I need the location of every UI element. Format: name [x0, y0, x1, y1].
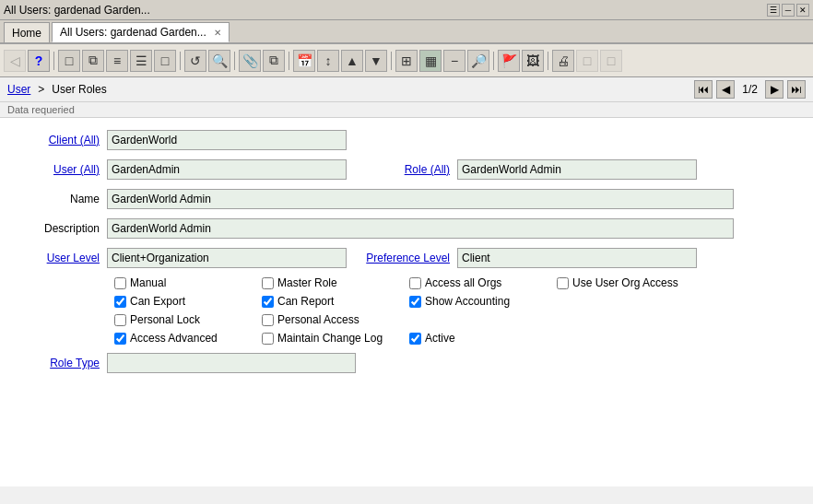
show-accounting-checkbox-item: Show Accounting [409, 295, 557, 308]
role-label[interactable]: Role (All) [365, 163, 457, 176]
last-page-button[interactable]: ⏭ [787, 80, 806, 99]
flag-button[interactable]: 🚩 [498, 50, 520, 72]
personal-lock-checkbox-item: Personal Lock [114, 313, 262, 326]
active-checkbox[interactable] [409, 333, 421, 345]
use-user-org-access-checkbox-item: Use User Org Access [557, 276, 704, 289]
print-button[interactable]: 🖨 [552, 50, 574, 72]
maintain-change-log-checkbox-item: Maintain Change Log [262, 332, 409, 345]
toolbar-sep-3 [234, 52, 235, 70]
manual-checkbox[interactable] [114, 277, 126, 289]
extra-button[interactable]: □ [154, 50, 176, 72]
minimize-btn[interactable]: ─ [782, 4, 795, 17]
first-page-button[interactable]: ⏮ [694, 80, 713, 99]
copy2-button[interactable]: ⧉ [263, 50, 285, 72]
use-user-org-access-checkbox[interactable] [557, 277, 569, 289]
preference-level-input[interactable] [457, 248, 697, 268]
tab-all-users-label: All Users: gardenad Garden... [60, 26, 206, 39]
toolbar-sep-7 [548, 52, 548, 70]
user-level-input[interactable] [107, 248, 347, 268]
form-area: Client (All) User (All) Role (All) Name … [0, 118, 813, 486]
down-button[interactable]: ▼ [365, 50, 387, 72]
next-page-button[interactable]: ▶ [765, 80, 784, 99]
name-label: Name [15, 193, 107, 205]
can-report-checkbox[interactable] [262, 296, 274, 308]
personal-lock-checkbox[interactable] [114, 314, 126, 326]
master-role-checkbox[interactable] [262, 277, 274, 289]
disabled-btn-1: □ [576, 50, 598, 72]
can-export-checkbox-item: Can Export [114, 295, 262, 308]
access-advanced-label: Access Advanced [130, 332, 218, 345]
prev-page-button[interactable]: ◀ [716, 80, 735, 99]
description-input[interactable] [107, 218, 734, 239]
tab-home[interactable]: Home [4, 22, 50, 42]
minus-button[interactable]: − [443, 50, 465, 72]
personal-access-checkbox-item: Personal Access [262, 313, 409, 326]
user-role-row: User (All) Role (All) [15, 158, 798, 181]
access-advanced-checkbox[interactable] [114, 333, 126, 345]
role-type-input[interactable] [107, 353, 356, 373]
toolbar-sep-6 [493, 52, 494, 70]
tab-all-users[interactable]: All Users: gardenad Garden... ✕ [52, 22, 230, 42]
personal-access-label: Personal Access [277, 313, 359, 326]
checkbox-row-2: Can Export Can Report Show Accounting [15, 295, 798, 308]
preference-level-label[interactable]: Preference Level [365, 252, 457, 264]
menu-btn[interactable]: ☰ [767, 4, 780, 17]
user-level-label[interactable]: User Level [15, 252, 107, 264]
breadcrumb-nav-row: User > User Roles ⏮ ◀ 1/2 ▶ ⏭ [0, 77, 813, 102]
client-label[interactable]: Client (All) [15, 134, 107, 147]
close-btn[interactable]: ✕ [796, 4, 809, 17]
refresh-button[interactable]: ↺ [184, 50, 206, 72]
find-button[interactable]: 🔍 [208, 50, 230, 72]
app-title: All Users: gardenad Garden... [4, 4, 150, 17]
back-button[interactable]: ◁ [4, 50, 26, 72]
user-breadcrumb-link[interactable]: User [7, 83, 30, 96]
can-report-checkbox-item: Can Report [262, 295, 409, 308]
detail-button[interactable]: ☰ [130, 50, 152, 72]
can-export-label: Can Export [130, 295, 185, 308]
breadcrumb-separator: > [38, 83, 44, 96]
can-export-checkbox[interactable] [114, 296, 126, 308]
attach-button[interactable]: 📎 [239, 50, 261, 72]
toolbar-sep-5 [391, 52, 392, 70]
status-bar: Data requeried [0, 102, 813, 118]
status-text: Data requeried [7, 104, 75, 115]
use-user-org-access-label: Use User Org Access [572, 276, 678, 289]
calendar-button[interactable]: 📅 [293, 50, 315, 72]
name-input[interactable] [107, 189, 734, 209]
role-type-label[interactable]: Role Type [15, 357, 107, 369]
user-level-row: User Level Preference Level [15, 247, 798, 269]
master-role-label: Master Role [277, 276, 337, 289]
zoom-button[interactable]: 🔎 [467, 50, 489, 72]
user-input[interactable] [107, 159, 347, 180]
grid-button[interactable]: ⊞ [395, 50, 418, 72]
can-report-label: Can Report [277, 295, 334, 308]
role-input[interactable] [457, 159, 697, 180]
checkbox-row-1: Manual Master Role Access all Orgs Use U… [15, 276, 798, 289]
breadcrumb-current: User Roles [52, 83, 106, 96]
maintain-change-log-checkbox[interactable] [262, 333, 274, 345]
client-row: Client (All) [15, 129, 798, 151]
show-accounting-checkbox[interactable] [409, 296, 421, 308]
toolbar-sep-1 [53, 52, 54, 70]
up-button[interactable]: ▲ [341, 50, 363, 72]
page-info: 1/2 [738, 83, 761, 96]
access-advanced-checkbox-item: Access Advanced [114, 332, 262, 345]
new-button[interactable]: □ [58, 50, 80, 72]
personal-access-checkbox[interactable] [262, 314, 274, 326]
help-button[interactable]: ? [28, 50, 50, 72]
checkbox-row-3: Personal Lock Personal Access [15, 313, 798, 326]
form-button[interactable]: ▦ [419, 50, 442, 72]
image-button[interactable]: 🖼 [522, 50, 544, 72]
access-all-orgs-checkbox[interactable] [409, 277, 421, 289]
copy-button[interactable]: ⧉ [82, 50, 104, 72]
description-row: Description [15, 217, 798, 240]
tab-home-label: Home [12, 27, 41, 40]
arrow-button[interactable]: ↕ [317, 50, 339, 72]
manual-label: Manual [130, 276, 166, 289]
client-input[interactable] [107, 130, 347, 150]
description-label: Description [15, 222, 107, 235]
list-button[interactable]: ≡ [106, 50, 128, 72]
user-label[interactable]: User (All) [15, 163, 107, 176]
tab-close-icon[interactable]: ✕ [214, 28, 221, 38]
maintain-change-log-label: Maintain Change Log [277, 332, 383, 345]
